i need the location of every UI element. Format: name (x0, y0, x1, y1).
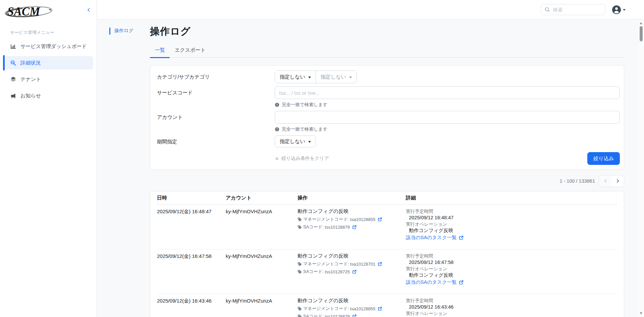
svg-text:SACM: SACM (7, 5, 41, 18)
info-icon (275, 102, 279, 107)
external-link-icon[interactable] (352, 225, 357, 229)
layers-icon (10, 77, 16, 82)
chevron-left-icon (86, 7, 91, 12)
col-header-detail: 詳細 (406, 195, 617, 201)
cell-detail: 実行予定時間 2025/09/12 16:47:58 実行オペレーション 動作コ… (406, 253, 617, 285)
external-link-icon[interactable] (378, 217, 382, 222)
external-link-icon[interactable] (352, 270, 357, 274)
content-area: 操作ログ 操作ログ 一覧 エクスポート カテゴリ/サブカテゴリ 指定しない (97, 19, 638, 317)
account-label: アカウント (150, 111, 275, 124)
tab-export[interactable]: エクスポート (170, 47, 210, 57)
person-circle-icon (612, 5, 621, 14)
tab-bar: 一覧 エクスポート (150, 47, 624, 58)
tab-list[interactable]: 一覧 (150, 47, 170, 57)
next-page-button[interactable] (611, 175, 624, 187)
cell-account: ky-MjfYmOVHZunzA (226, 253, 298, 259)
cell-account: ky-MjfYmOVHZunzA (226, 298, 298, 304)
x-icon (275, 156, 279, 161)
caret-down-icon (623, 9, 626, 11)
caret-down-icon (308, 141, 311, 143)
service-code-input[interactable] (275, 86, 620, 99)
account-hint: 完全一致で検索します (275, 126, 620, 132)
search-status-icon (10, 60, 16, 66)
cell-account: ky-MjfYmOVHZunzA (226, 208, 298, 214)
operation-log-table: 日時 アカウント 操作 詳細 2025/09/12(金) 16:48:47 ky… (150, 191, 624, 317)
local-nav-item-operation-log[interactable]: 操作ログ (109, 28, 150, 35)
cell-datetime: 2025/09/12(金) 16:43:46 (157, 298, 226, 304)
external-link-icon (459, 280, 464, 285)
category-filter-label: カテゴリ/サブカテゴリ (150, 71, 275, 83)
scrollbar-thumb[interactable] (640, 26, 643, 41)
management-code: tsa10128855 (350, 217, 375, 222)
sidebar: SACM サービス管理メニュー サービス管理ダッシュボード 詳細状況 テナント … (0, 0, 97, 317)
tag-icon (298, 314, 302, 317)
sa-code: tss10128879 (325, 314, 350, 317)
sa-code-line: SAコード: tss10128879 (298, 313, 406, 317)
table-row: 2025/09/12(金) 16:43:46 ky-MjfYmOVHZunzA … (157, 294, 617, 317)
page-title: 操作ログ (150, 25, 624, 38)
prev-page-button[interactable] (599, 175, 611, 187)
sidebar-item-label: サービス管理ダッシュボード (20, 43, 87, 50)
tag-icon (298, 262, 302, 266)
account-input[interactable] (275, 111, 620, 124)
cell-operation: 動作コンフィグの反映 マネージメントコード: tsa10128855 SAコード… (298, 298, 406, 317)
topbar (97, 0, 644, 19)
cell-operation: 動作コンフィグの反映 マネージメントコード: tsa10128855 SAコード… (298, 208, 406, 230)
info-icon (275, 127, 279, 132)
sa-task-list-link[interactable]: 該当のSAのタスク一覧 (406, 279, 617, 285)
chevron-left-icon (603, 179, 608, 183)
subcategory-select[interactable]: 指定しない (316, 71, 357, 83)
service-code-label: サービスコード (150, 86, 275, 99)
cell-datetime: 2025/09/12(金) 16:48:47 (157, 208, 226, 215)
global-search[interactable] (541, 4, 605, 15)
sacm-logo: SACM (4, 3, 55, 20)
sidebar-collapse-button[interactable] (86, 7, 91, 13)
sidebar-item-label: テナント (20, 76, 41, 83)
user-menu-button[interactable] (612, 5, 626, 14)
tag-icon (298, 217, 302, 222)
cell-detail: 実行予定時間 2025/09/12 16:48:47 実行オペレーション 動作コ… (406, 208, 617, 241)
period-select[interactable]: 指定しない (275, 135, 316, 147)
vertical-scrollbar[interactable] (638, 19, 644, 317)
external-link-icon[interactable] (352, 314, 357, 317)
table-header-row: 日時 アカウント 操作 詳細 (157, 191, 617, 205)
management-code-line: マネージメントコード: tsa10128855 (298, 306, 406, 312)
pagination-bar: 1 - 100 / 133861 (150, 175, 624, 187)
filter-card: カテゴリ/サブカテゴリ 指定しない 指定しない サービ (150, 65, 624, 170)
external-link-icon (459, 235, 464, 240)
table-row: 2025/09/12(金) 16:47:58 ky-MjfYmOVHZunzA … (157, 250, 617, 294)
tag-icon (298, 225, 302, 229)
sidebar-item-detail-status[interactable]: 詳細状況 (3, 56, 93, 70)
bar-chart-icon (10, 44, 16, 49)
sa-code-line: SAコード: tss10128725 (298, 269, 406, 275)
col-header-account: アカウント (226, 195, 298, 201)
management-code-line: マネージメントコード: tsa10128855 (298, 216, 406, 222)
category-select[interactable]: 指定しない (275, 71, 316, 83)
global-search-input[interactable] (552, 7, 596, 13)
clear-filters-link[interactable]: 絞り込み条件をクリア (275, 155, 329, 162)
category-select-group: 指定しない 指定しない (275, 71, 357, 83)
sidebar-item-news[interactable]: お知らせ (3, 89, 93, 102)
pagination-buttons (599, 175, 624, 187)
col-header-operation: 操作 (298, 195, 406, 201)
sa-task-list-link[interactable]: 該当のSAのタスク一覧 (406, 234, 617, 241)
external-link-icon[interactable] (378, 262, 382, 266)
sidebar-item-tenant[interactable]: テナント (3, 73, 93, 86)
caret-down-icon (308, 77, 311, 78)
sidebar-menu: サービス管理ダッシュボード 詳細状況 テナント お知らせ (0, 40, 97, 102)
tag-icon (298, 270, 302, 274)
external-link-icon[interactable] (378, 307, 382, 311)
filter-submit-button[interactable]: 絞り込み (587, 152, 620, 165)
cell-detail: 実行予定時間 2025/09/12 16:43:46 実行オペレーション 動作コ… (406, 298, 617, 317)
sidebar-item-dashboard[interactable]: サービス管理ダッシュボード (3, 40, 93, 53)
local-nav: 操作ログ (97, 19, 150, 35)
megaphone-icon (10, 93, 16, 99)
scroll-down-arrow-icon[interactable] (640, 312, 642, 314)
sa-code-line: SAコード: tss10128879 (298, 224, 406, 230)
scroll-up-arrow-icon[interactable] (640, 22, 642, 24)
col-header-datetime: 日時 (157, 195, 226, 201)
chevron-right-icon (615, 179, 620, 183)
cell-datetime: 2025/09/12(金) 16:47:58 (157, 253, 226, 260)
search-icon (545, 7, 550, 12)
caret-down-icon (349, 77, 352, 78)
